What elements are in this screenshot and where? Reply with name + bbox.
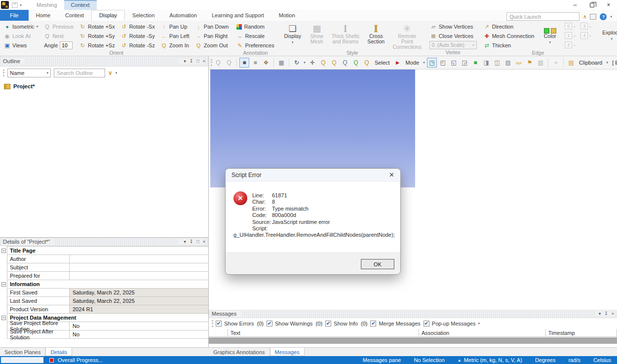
tab-details[interactable]: Details (45, 348, 72, 356)
clipboard-caret-icon[interactable]: ▾ (605, 58, 609, 68)
popup-messages-checkbox[interactable]: ✔Pop-up Messages▾ (424, 321, 480, 327)
dialog-title-bar[interactable]: Script Error ✕ (226, 169, 400, 182)
probe-icon[interactable]: ▧ (536, 58, 545, 68)
magnifier-icon[interactable]: Q (362, 58, 372, 68)
details-property-value[interactable] (70, 272, 208, 280)
outline-pin-icon[interactable]: ↧ (190, 59, 193, 64)
ribbon-tab-home[interactable]: Home (29, 10, 58, 21)
details-property-value[interactable]: 2024 R1 (70, 305, 208, 313)
tab-messages[interactable]: Messages (270, 348, 305, 356)
select-vertex-filter-icon[interactable]: ◰ (438, 58, 448, 68)
details-close-icon[interactable]: × (203, 239, 205, 244)
collapse-section-icon[interactable]: − (1, 249, 6, 253)
pan-right-button[interactable]: →Pan Right (194, 32, 230, 40)
views-button[interactable]: ▣Views (3, 41, 39, 50)
doc-tab-meshing[interactable]: Meshing (30, 0, 64, 10)
select-label-label[interactable]: Select (373, 60, 392, 66)
edge-thickness-1-button[interactable]: 1 (565, 32, 572, 39)
units-status[interactable]: ▲Metric (m, kg, N, s, V, A) (458, 357, 522, 363)
messages-pane-status[interactable]: Messages pane (363, 357, 401, 363)
outline-close-icon[interactable]: × (203, 59, 205, 64)
column-header-association[interactable]: Association (419, 329, 546, 336)
rescale-annotation-button[interactable]: ↔Rescale (235, 32, 275, 40)
options-icon[interactable] (590, 14, 596, 20)
show-info-checkbox[interactable]: ✔Show Info(0) (325, 321, 367, 327)
quick-launch-input[interactable] (506, 12, 579, 21)
ribbon-tab-selection[interactable]: Selection (125, 10, 162, 21)
tree-item-project[interactable]: Project* (4, 82, 208, 91)
rotate-minus-sy-button[interactable]: ↺Rotate -Sy (120, 32, 156, 40)
collapse-ribbon-icon[interactable]: ∧ (583, 14, 586, 19)
annotation-preferences-button[interactable]: ✎Preferences (235, 41, 275, 50)
ribbon-tab-display[interactable]: Display (91, 10, 125, 21)
edge-thickness-2-button[interactable]: 2 (565, 41, 572, 48)
rotate-minus-sx-button[interactable]: ↺Rotate -Sx (120, 22, 156, 31)
merge-messages-checkbox[interactable]: ✔Merge Messages (370, 321, 420, 327)
thick-shells-button[interactable]: IThick Shells and Beams (330, 22, 361, 50)
column-header-text[interactable]: Text (228, 329, 419, 336)
select-edge-filter-icon[interactable]: ◱ (449, 58, 459, 68)
display-style-button[interactable]: ❑Display▾ (281, 22, 304, 50)
tab-section-planes[interactable]: Section Planes (0, 348, 45, 356)
messages-panel-header[interactable]: Messages ▾ ↧ × (209, 310, 617, 318)
details-menu-caret-icon[interactable]: ▾ (184, 239, 186, 244)
show-mesh-icon[interactable]: ▦ (276, 58, 286, 68)
help-caret-icon[interactable]: ▾ (610, 15, 612, 19)
rotate-plus-sz-button[interactable]: ↻Rotate +Sz (78, 41, 116, 50)
remote-point-connections-button[interactable]: ✳Remote Point Connections (391, 22, 424, 50)
save-icon[interactable] (12, 2, 18, 8)
select-body-filter-icon[interactable]: ■ (470, 58, 480, 68)
label-tag-icon[interactable]: ⚑ (525, 58, 535, 68)
vertex-scale-select[interactable]: 0. (Auto Scale)▾ (429, 41, 477, 49)
messages-scrollbar[interactable] (209, 337, 617, 344)
pan-left-button[interactable]: ←Pan Left (160, 32, 191, 40)
cross-section-button[interactable]: ICross Section (365, 22, 387, 50)
zoom-out-view-icon[interactable]: Q (329, 58, 339, 68)
wireframe-icon[interactable]: ■ (250, 58, 260, 68)
pan-down-button[interactable]: ↓Pan Down (194, 22, 230, 31)
close-button[interactable]: × (600, 0, 617, 10)
details-property-value[interactable]: Saturday, March 22, 2025 (70, 297, 208, 305)
column-header-timestamp[interactable]: Timestamp (546, 329, 617, 336)
zoom-in-button[interactable]: QZoom In (160, 41, 191, 50)
details-panel-header[interactable]: Details of "Project*" ▾ ↧ □ × (0, 238, 208, 246)
outline-maximize-icon[interactable]: □ (196, 59, 199, 64)
stop-progress-icon[interactable] (49, 358, 54, 363)
help-icon[interactable]: ? (600, 13, 607, 20)
random-colors-button[interactable]: Random (235, 22, 275, 31)
show-mesh-button[interactable]: ▦Show Mesh (308, 22, 326, 50)
edge-thickness-0-button[interactable]: 0 (565, 23, 572, 30)
clipboard-label-label[interactable]: Clipboard (577, 60, 604, 66)
zoom-in-view-icon[interactable]: Q (318, 58, 328, 68)
thicken-button[interactable]: ⇄Thicken (483, 41, 536, 50)
outline-toolbar-grip[interactable] (3, 70, 4, 76)
rotate-plus-sy-button[interactable]: ↻Rotate +Sy (78, 32, 116, 40)
search-outline-input[interactable] (54, 69, 105, 77)
ribbon-tab-context[interactable]: Context (58, 10, 91, 21)
outline-more-caret-icon[interactable]: ▾ (116, 71, 117, 75)
outline-expand-chevron-icon[interactable]: ∨ (108, 70, 113, 76)
isometric-button[interactable]: ●Isometric▾ (3, 22, 39, 31)
outline-panel-header[interactable]: Outline ▾ ↧ □ × (0, 56, 208, 67)
details-property-value[interactable]: No (70, 330, 208, 338)
mode-cursor-icon[interactable]: ► (393, 58, 403, 68)
select-face-filter-icon[interactable]: ◲ (460, 58, 469, 68)
ribbon-tab-automation[interactable]: Automation (162, 10, 204, 21)
outline-filter-select[interactable]: Name▾ (7, 69, 51, 77)
details-property-value[interactable] (70, 263, 208, 271)
edge-thickness-3-button[interactable]: 3 (580, 23, 588, 30)
mesh-connection-button[interactable]: ✚Mesh Connection (483, 32, 536, 40)
messages-menu-caret-icon[interactable]: ▾ (599, 311, 601, 316)
details-section-title-page[interactable]: −Title Page (7, 247, 208, 255)
extend-selection-icon[interactable]: ◨ (481, 58, 491, 68)
messages-toolbar-grip[interactable] (212, 320, 213, 327)
tab-graphics-annotations[interactable]: Graphics Annotations (209, 348, 270, 356)
temperature-units-status[interactable]: Celsius (593, 357, 611, 363)
selection-filter-icon[interactable]: ◳ (427, 58, 437, 68)
details-section-information[interactable]: −Information (7, 280, 208, 289)
angle-units-status[interactable]: Degrees (535, 357, 556, 363)
angle-input[interactable] (60, 41, 73, 49)
box-zoom-icon[interactable]: Q (340, 58, 350, 68)
ok-button[interactable]: OK (361, 259, 394, 269)
show-errors-checkbox[interactable]: ✔Show Errors(0) (216, 321, 264, 327)
